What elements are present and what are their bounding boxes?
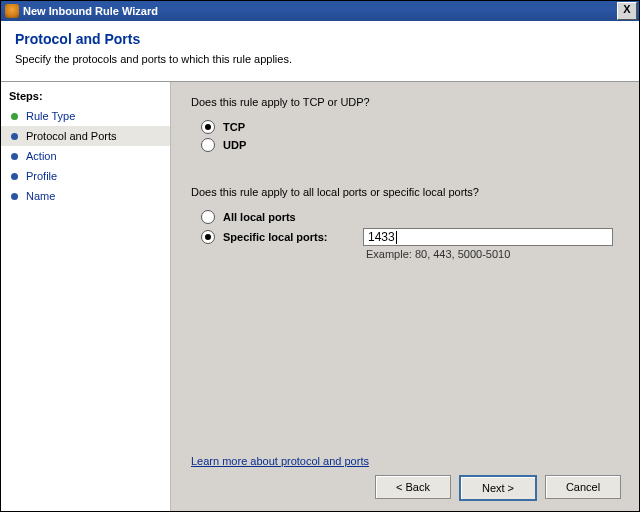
- radio-udp[interactable]: UDP: [201, 138, 619, 152]
- bullet-icon: [11, 133, 18, 140]
- radio-icon[interactable]: [201, 210, 215, 224]
- bullet-icon: [11, 193, 18, 200]
- page-description: Specify the protocols and ports to which…: [15, 53, 625, 65]
- steps-label: Steps:: [1, 88, 170, 106]
- firewall-icon: [5, 4, 19, 18]
- step-label: Rule Type: [26, 110, 75, 122]
- radio-icon[interactable]: [201, 138, 215, 152]
- wizard-header: Protocol and Ports Specify the protocols…: [1, 21, 639, 82]
- close-icon[interactable]: X: [617, 2, 637, 20]
- step-action[interactable]: Action: [1, 146, 170, 166]
- learn-more-link[interactable]: Learn more about protocol and ports: [191, 455, 369, 467]
- wizard-body: Steps: Rule Type Protocol and Ports Acti…: [1, 82, 639, 511]
- step-rule-type[interactable]: Rule Type: [1, 106, 170, 126]
- text-caret: [396, 231, 397, 244]
- bullet-icon: [11, 173, 18, 180]
- radio-icon[interactable]: [201, 230, 215, 244]
- radio-label: UDP: [223, 139, 246, 151]
- ports-example: Example: 80, 443, 5000-5010: [366, 248, 619, 260]
- bullet-icon: [11, 153, 18, 160]
- content-panel: Does this rule apply to TCP or UDP? TCP …: [171, 82, 639, 511]
- protocol-question: Does this rule apply to TCP or UDP?: [191, 96, 619, 108]
- step-label: Protocol and Ports: [26, 130, 117, 142]
- next-button[interactable]: Next >: [459, 475, 537, 501]
- page-title: Protocol and Ports: [15, 31, 625, 47]
- radio-icon[interactable]: [201, 120, 215, 134]
- titlebar[interactable]: New Inbound Rule Wizard X: [1, 1, 639, 21]
- back-button[interactable]: < Back: [375, 475, 451, 499]
- radio-label: All local ports: [223, 211, 296, 223]
- step-name[interactable]: Name: [1, 186, 170, 206]
- wizard-window: New Inbound Rule Wizard X Protocol and P…: [0, 0, 640, 512]
- input-value: 1433: [368, 230, 395, 244]
- step-label: Profile: [26, 170, 57, 182]
- radio-tcp[interactable]: TCP: [201, 120, 619, 134]
- ports-question: Does this rule apply to all local ports …: [191, 186, 619, 198]
- radio-all-local-ports[interactable]: All local ports: [201, 210, 619, 224]
- bullet-icon: [11, 113, 18, 120]
- step-label: Name: [26, 190, 55, 202]
- window-title: New Inbound Rule Wizard: [23, 5, 617, 17]
- radio-label: Specific local ports:: [223, 231, 343, 243]
- wizard-button-bar: < Back Next > Cancel: [375, 475, 621, 501]
- step-protocol-and-ports[interactable]: Protocol and Ports: [1, 126, 170, 146]
- steps-sidebar: Steps: Rule Type Protocol and Ports Acti…: [1, 82, 171, 511]
- cancel-button[interactable]: Cancel: [545, 475, 621, 499]
- radio-label: TCP: [223, 121, 245, 133]
- step-label: Action: [26, 150, 57, 162]
- step-profile[interactable]: Profile: [1, 166, 170, 186]
- radio-specific-local-ports[interactable]: Specific local ports: 1433: [201, 228, 619, 246]
- specific-ports-input[interactable]: 1433: [363, 228, 613, 246]
